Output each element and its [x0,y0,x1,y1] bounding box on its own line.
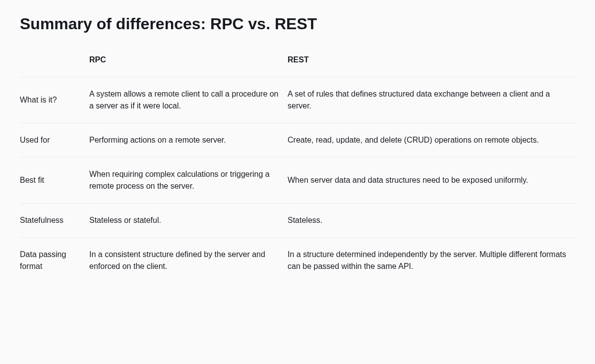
row-rpc-cell: Stateless or stateful. [89,204,288,238]
row-rest-cell: A set of rules that defines structured d… [288,77,575,123]
header-rpc: RPC [89,52,288,77]
row-rpc-cell: A system allows a remote client to call … [89,77,288,123]
row-rest-cell: Create, read, update, and delete (CRUD) … [288,123,575,157]
row-label: Used for [20,123,89,157]
table-row: What is it? A system allows a remote cli… [20,77,575,123]
table-row: Data passing format In a consistent stru… [20,238,575,284]
header-rest: REST [288,52,575,77]
header-blank [20,52,89,77]
row-rpc-cell: Performing actions on a remote server. [89,123,288,157]
table-row: Best fit When requiring complex calculat… [20,157,575,204]
table-header-row: RPC REST [20,52,575,77]
row-rpc-cell: In a consistent structure defined by the… [89,238,288,284]
table-row: Used for Performing actions on a remote … [20,123,575,157]
row-label: Statefulness [20,204,89,238]
row-rest-cell: When server data and data structures nee… [288,157,575,204]
row-label: Data passing format [20,238,89,284]
row-rpc-cell: When requiring complex calculations or t… [89,157,288,204]
row-label: Best fit [20,157,89,204]
row-rest-cell: In a structure determined independently … [288,238,575,284]
page-title: Summary of differences: RPC vs. REST [20,15,575,33]
comparison-table: RPC REST What is it? A system allows a r… [20,52,575,283]
row-label: What is it? [20,77,89,123]
table-row: Statefulness Stateless or stateful. Stat… [20,204,575,238]
row-rest-cell: Stateless. [288,204,575,238]
